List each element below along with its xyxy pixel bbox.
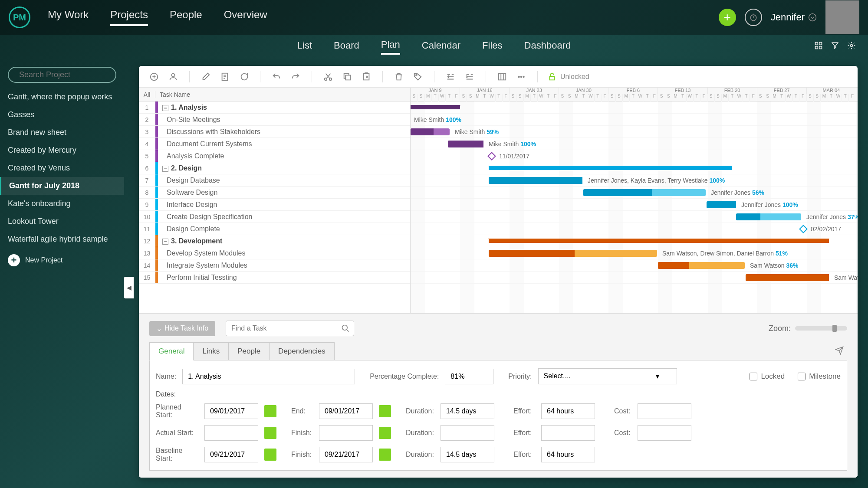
pct-input[interactable]: [445, 369, 493, 384]
add-button[interactable]: +: [719, 9, 736, 26]
comment-icon[interactable]: [237, 70, 250, 83]
effort-input[interactable]: [541, 425, 595, 441]
calendar-icon[interactable]: [264, 449, 276, 461]
tab-links[interactable]: Links: [193, 342, 229, 360]
task-row[interactable]: 9Interface Design: [139, 199, 410, 211]
avatar[interactable]: [825, 0, 859, 34]
copy-icon[interactable]: [341, 70, 354, 83]
filter-icon[interactable]: [831, 41, 839, 52]
outdent-icon[interactable]: [444, 70, 457, 83]
baseline-finish-input[interactable]: [319, 447, 373, 462]
tab-list[interactable]: List: [297, 40, 312, 54]
timer-button[interactable]: [745, 9, 762, 26]
project-item[interactable]: Gasses: [8, 106, 116, 124]
settings-icon[interactable]: [847, 41, 856, 52]
task-row[interactable]: 10Create Design Specification: [139, 211, 410, 223]
task-row[interactable]: 6−2. Design: [139, 162, 410, 174]
project-item[interactable]: Created by Venus: [8, 159, 116, 177]
priority-select[interactable]: Select....▾: [538, 368, 677, 384]
calendar-icon[interactable]: [379, 449, 391, 461]
tab-dashboard[interactable]: Dashboard: [524, 40, 571, 54]
new-project-button[interactable]: + New Project: [8, 254, 116, 266]
tab-people[interactable]: People: [228, 342, 270, 360]
collapse-sidebar[interactable]: ◀: [124, 277, 134, 298]
planned-start-input[interactable]: [204, 403, 258, 419]
gantt-chart[interactable]: JAN 9JAN 16JAN 23JAN 30FEB 6FEB 13FEB 20…: [411, 88, 858, 313]
cost-input[interactable]: [638, 403, 691, 419]
baseline-start-input[interactable]: [204, 447, 258, 462]
end-input[interactable]: [319, 403, 373, 419]
redo-icon[interactable]: [289, 70, 302, 83]
nav-people[interactable]: People: [170, 9, 202, 26]
find-task-input[interactable]: [226, 321, 354, 336]
columns-icon[interactable]: [496, 70, 509, 83]
add-task-icon[interactable]: [148, 70, 161, 83]
logo[interactable]: PM: [9, 7, 30, 28]
effort-input[interactable]: [541, 403, 595, 419]
undo-icon[interactable]: [270, 70, 283, 83]
paste-icon[interactable]: [360, 70, 373, 83]
cost-label: Cost:: [614, 429, 631, 437]
task-row[interactable]: 2On-Site Meetings: [139, 114, 410, 126]
grid-view-icon[interactable]: [814, 41, 823, 52]
calendar-icon[interactable]: [264, 427, 276, 439]
project-item[interactable]: Lookout Tower: [8, 213, 116, 230]
project-item[interactable]: Waterfall agile hybrid sample: [8, 230, 116, 248]
tab-plan[interactable]: Plan: [381, 39, 400, 55]
cost-input[interactable]: [638, 425, 691, 441]
tab-board[interactable]: Board: [334, 40, 359, 54]
task-row[interactable]: 15Perform Initial Tessting: [139, 272, 410, 284]
calendar-icon[interactable]: [379, 405, 391, 417]
select-all[interactable]: All: [139, 91, 155, 98]
project-item[interactable]: Gantt for July 2018: [0, 177, 124, 195]
locked-checkbox[interactable]: Locked: [750, 372, 785, 381]
task-row[interactable]: 1−1. Analysis: [139, 102, 410, 114]
calendar-icon[interactable]: [379, 427, 391, 439]
milestone-checkbox[interactable]: Milestone: [798, 372, 841, 381]
tag-icon[interactable]: [411, 70, 424, 83]
project-item[interactable]: Created by Mercury: [8, 141, 116, 159]
more-icon[interactable]: [515, 70, 528, 83]
edit-icon[interactable]: [199, 70, 212, 83]
duration-input[interactable]: [441, 425, 494, 441]
search-project[interactable]: [8, 67, 116, 83]
project-item[interactable]: Kate's onboarding: [8, 195, 116, 213]
task-row[interactable]: 7Design Database: [139, 174, 410, 187]
task-row[interactable]: 11Design Complete: [139, 223, 410, 235]
task-row[interactable]: 4Document Current Systems: [139, 138, 410, 150]
duration-input[interactable]: [441, 403, 494, 419]
task-row[interactable]: 12−3. Development: [139, 235, 410, 247]
task-row[interactable]: 8Software Design: [139, 187, 410, 199]
task-row[interactable]: 14Integrate System Modules: [139, 259, 410, 272]
send-icon[interactable]: [835, 345, 847, 357]
finish-input[interactable]: [319, 425, 373, 441]
task-row[interactable]: 5Analysis Complete: [139, 150, 410, 162]
baseline-duration-input[interactable]: [441, 447, 494, 462]
search-input[interactable]: [19, 70, 120, 79]
tab-files[interactable]: Files: [482, 40, 502, 54]
notes-icon[interactable]: [218, 70, 231, 83]
tab-calendar[interactable]: Calendar: [422, 40, 460, 54]
task-row[interactable]: 3Discussions with Stakeholders: [139, 126, 410, 138]
search-icon[interactable]: [341, 324, 350, 334]
user-menu[interactable]: Jennifer: [771, 12, 817, 23]
calendar-icon[interactable]: [264, 405, 276, 417]
nav-overview[interactable]: Overview: [224, 9, 267, 26]
tab-dependencies[interactable]: Dependencies: [269, 342, 335, 360]
hide-task-info-button[interactable]: ⌄Hide Task Info: [149, 321, 215, 336]
cut-icon[interactable]: [322, 70, 335, 83]
lock-status[interactable]: Unlocked: [547, 72, 589, 82]
project-item[interactable]: Brand new sheet: [8, 124, 116, 141]
tab-general[interactable]: General: [149, 342, 194, 360]
nav-my-work[interactable]: My Work: [48, 9, 89, 26]
actual-start-input[interactable]: [204, 425, 258, 441]
baseline-effort-input[interactable]: [541, 447, 595, 462]
assign-user-icon[interactable]: [167, 70, 180, 83]
name-input[interactable]: [182, 369, 355, 384]
task-row[interactable]: 13Develop System Modules: [139, 247, 410, 259]
zoom-slider[interactable]: [795, 326, 847, 331]
project-item[interactable]: Gantt, where the popup works: [8, 88, 116, 106]
nav-projects[interactable]: Projects: [110, 9, 148, 26]
indent-icon[interactable]: [463, 70, 476, 83]
delete-icon[interactable]: [392, 70, 405, 83]
